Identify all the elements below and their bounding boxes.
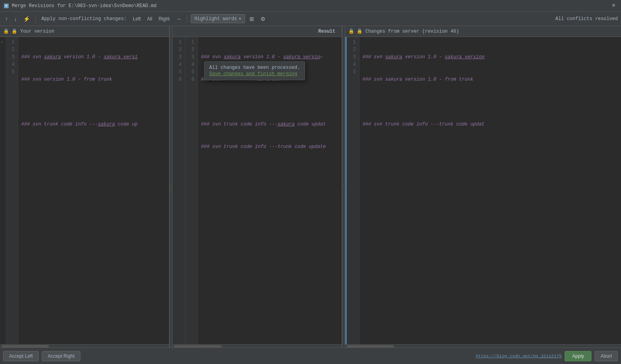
left-editor[interactable]: ✓ 1 2 3 4 5 ### svn sakura version 1.0 -… xyxy=(0,37,169,344)
center-line-1: ### svn sakura version 1.0 - sakura_vers… xyxy=(201,54,338,61)
right-editor[interactable]: 1 2 3 4 5 ### svn sakura version 1.0 - s… xyxy=(345,37,621,344)
magic-icon: ⚡ xyxy=(23,16,30,22)
right-line-numbers: 1 2 3 4 5 xyxy=(347,37,359,344)
left-code-content[interactable]: ### svn sakura version 1.0 - sakura_vers… xyxy=(18,37,169,344)
lock-icon-left: 🔒 xyxy=(3,28,9,34)
gutter-check: ✓ xyxy=(1,39,6,46)
accept-left-button[interactable]: Accept Left xyxy=(3,351,39,361)
right-line-3 xyxy=(363,98,618,106)
center-line-numbers-right: 1 2 3 4 5 6 xyxy=(185,37,198,344)
left-scrollbar[interactable] xyxy=(0,344,169,347)
right-line-1: ### svn sakura version 1.0 - sakura_vers… xyxy=(363,54,618,61)
highlight-label: Highlight words xyxy=(194,16,237,22)
gear-icon: ⚙ xyxy=(260,16,266,22)
prev-conflict-button[interactable]: ↑ xyxy=(3,15,10,23)
apply-all-button[interactable]: All xyxy=(145,15,154,23)
left-line-numbers: 1 2 3 4 5 xyxy=(6,37,18,344)
right-panel-title: 🔒 Changes from server (revision 46) xyxy=(357,28,459,34)
lock-icon-right: 🔒 xyxy=(348,28,354,34)
center-line-6 xyxy=(201,166,338,173)
grid-icon: ⊞ xyxy=(249,16,254,22)
apply-button[interactable]: Apply xyxy=(565,351,591,361)
center-scrollbar-thumb[interactable] xyxy=(174,345,221,347)
settings-button[interactable]: ⚙ xyxy=(258,15,268,23)
result-label: Result xyxy=(318,29,338,34)
svg-text:M: M xyxy=(5,4,7,8)
separator-2 xyxy=(187,15,187,23)
arrow-right-button[interactable]: → xyxy=(174,15,183,23)
splitter-left-center[interactable]: ⋮ xyxy=(169,26,173,347)
left-panel-header: 🔒 🔒 Your version xyxy=(0,26,169,37)
center-code-content[interactable]: ### svn sakura version 1.0 - sakura_vers… xyxy=(198,37,342,344)
right-panel-header: 🔒 🔒 Changes from server (revision 46) xyxy=(345,26,621,37)
url-link[interactable]: https://blog.csdn.net/qq_32112175 xyxy=(476,354,562,358)
left-line-5 xyxy=(21,143,166,151)
accept-right-button[interactable]: Accept Right xyxy=(42,351,80,361)
bottom-right-area: https://blog.csdn.net/qq_32112175 Apply … xyxy=(476,351,618,361)
conflicts-resolved-label: All conflicts resolved xyxy=(556,16,618,22)
dropdown-arrow-icon: ▾ xyxy=(238,16,241,22)
right-scrollbar[interactable] xyxy=(345,344,621,347)
arrow-right-icon: → xyxy=(176,16,181,22)
bottom-bar: Accept Left Accept Right https://blog.cs… xyxy=(0,347,621,364)
close-button[interactable]: × xyxy=(609,2,618,10)
center-editor[interactable]: 1 2 3 4 5 6 1 2 3 4 5 6 ### svn sakura v… xyxy=(173,37,342,344)
left-line-3 xyxy=(21,98,166,106)
center-line-numbers-left: 1 2 3 4 5 6 xyxy=(173,37,185,344)
up-arrow-icon: ↑ xyxy=(5,16,8,22)
toolbar: ↑ ↓ ⚡ Apply non-conflicting changes: Lef… xyxy=(0,12,621,26)
center-panel-header: Result xyxy=(173,26,342,37)
tooltip-line1: All changes have been processed. xyxy=(209,65,300,70)
splitter-center-right[interactable]: ⋮ xyxy=(342,26,345,347)
next-conflict-button[interactable]: ↓ xyxy=(12,15,19,23)
window-title: Merge Revisions for E:\003-svn-idea\SvnD… xyxy=(12,3,609,9)
right-panel: 🔒 🔒 Changes from server (revision 46) 1 … xyxy=(345,26,621,347)
right-code-content[interactable]: ### svn sakura version 1.0 - sakura_vers… xyxy=(359,37,621,344)
tooltip-save-link[interactable]: Save changes and finish merging xyxy=(209,71,300,77)
center-line-4: ### svn trunk code info ---sakura code u… xyxy=(201,121,338,128)
right-line-2: ### svn sakura version 1.0 - from trunk xyxy=(363,76,618,83)
right-scrollbar-thumb[interactable] xyxy=(347,345,394,347)
left-gutter-markers: ✓ xyxy=(0,37,6,344)
center-scrollbar[interactable] xyxy=(173,344,342,347)
left-line-2: ### svn version 1.0 - from trunk xyxy=(21,76,166,83)
left-line-4: ### svn trunk code info ---sakura code u… xyxy=(21,121,166,128)
title-bar: M Merge Revisions for E:\003-svn-idea\Sv… xyxy=(0,0,621,12)
app-icon: M xyxy=(3,3,9,9)
left-scrollbar-thumb[interactable] xyxy=(2,345,49,347)
left-line-1: ### svn sakura version 1.0 - sakura_vers… xyxy=(21,54,166,61)
tooltip-popup: All changes have been processed. Save ch… xyxy=(204,61,305,80)
apply-right-button[interactable]: Right xyxy=(156,15,171,23)
grid-view-button[interactable]: ⊞ xyxy=(247,15,256,23)
center-line-5: ### svn trunk code info ---trunk code up… xyxy=(201,143,338,151)
center-line-3 xyxy=(201,98,338,106)
apply-non-conflicting-label: Apply non-conflicting changes: xyxy=(39,15,128,23)
apply-left-button[interactable]: Left xyxy=(131,15,143,23)
right-line-5 xyxy=(363,143,618,151)
left-panel: 🔒 🔒 Your version ✓ 1 2 3 4 5 ### svn sak… xyxy=(0,26,169,347)
main-content: 🔒 🔒 Your version ✓ 1 2 3 4 5 ### svn sak… xyxy=(0,26,621,347)
right-line-4: ### svn trunk code info ---trunk code up… xyxy=(363,121,618,128)
highlight-dropdown[interactable]: Highlight words ▾ xyxy=(191,14,245,23)
center-panel: Result 1 2 3 4 5 6 1 2 3 4 5 6 ### svn s xyxy=(173,26,342,347)
abort-button[interactable]: Abort xyxy=(595,351,618,361)
left-panel-title: 🔒 Your version xyxy=(11,28,54,34)
magic-button[interactable]: ⚡ xyxy=(21,15,32,23)
separator-1 xyxy=(35,15,36,23)
down-arrow-icon: ↓ xyxy=(14,16,17,22)
